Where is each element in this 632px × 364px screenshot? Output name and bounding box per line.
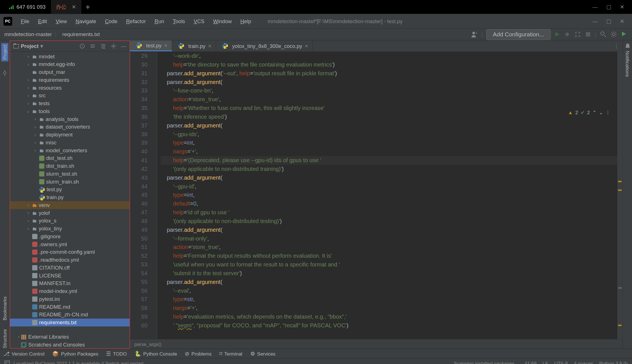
- more-run-icon[interactable]: [574, 31, 581, 38]
- tool-python-console[interactable]: 🐍Python Console: [135, 350, 177, 357]
- tree-item-pytest-ini[interactable]: pytest.ini: [10, 295, 130, 303]
- menu-edit[interactable]: Edit: [34, 16, 51, 26]
- run-anything-icon[interactable]: [621, 31, 628, 38]
- maximize-icon[interactable]: ▢: [606, 18, 611, 24]
- code-area[interactable]: 2930313233343536373839404142434445464748…: [130, 52, 622, 339]
- tree-item--gitignore[interactable]: .gitignore: [10, 233, 130, 241]
- menu-refactor[interactable]: Refactor: [123, 16, 150, 26]
- close-icon[interactable]: ✕: [620, 4, 624, 10]
- status-message[interactable]: Localized PyCharm 2022.1.1 is available …: [14, 361, 144, 364]
- tree-item-manifest-in[interactable]: MANIFEST.in: [10, 279, 130, 287]
- tree-item-test-py[interactable]: test.py: [10, 186, 130, 193]
- tree-item-train-py[interactable]: train.py: [10, 193, 130, 201]
- tree-item-yolof[interactable]: ›🖿yolof: [10, 209, 130, 217]
- user-add-icon[interactable]: +: [471, 31, 478, 38]
- tool-problems[interactable]: ⊘Problems: [185, 350, 212, 357]
- menu-code[interactable]: Code: [102, 16, 121, 26]
- caret-position[interactable]: 41:69: [525, 361, 536, 364]
- tool-terminal[interactable]: ⌑Terminal: [220, 350, 242, 357]
- tree-item-dataset-converters[interactable]: ›🖿dataset_converters: [10, 123, 130, 131]
- browser-tab-2[interactable]: 办公 ✕: [51, 0, 81, 14]
- tree-item-yolox-tiny[interactable]: ›🖿yolox_tiny: [10, 225, 130, 233]
- breadcrumb-root[interactable]: mmdetection-master: [4, 31, 52, 37]
- tree-item-dist-train-sh[interactable]: dist_train.sh: [10, 162, 130, 170]
- minimize-icon[interactable]: —: [592, 18, 598, 24]
- stop-icon[interactable]: [585, 31, 592, 38]
- tree-item-slurm-test-sh[interactable]: slurm_test.sh: [10, 170, 130, 178]
- gutter[interactable]: 2930313233343536373839404142434445464748…: [130, 52, 152, 339]
- menu-view[interactable]: View: [52, 16, 70, 26]
- tree-item--readthedocs-yml[interactable]: .readthedocs.yml: [10, 256, 130, 264]
- tree-item-deployment[interactable]: ›🖿deployment: [10, 131, 130, 139]
- maximize-icon[interactable]: ▢: [606, 4, 611, 10]
- menu-run[interactable]: Run: [151, 16, 168, 26]
- rail-project[interactable]: Project: [1, 43, 8, 61]
- tree-item-model-converters[interactable]: ›🖿model_converters: [10, 147, 130, 155]
- tree-item-dist-test-sh[interactable]: dist_test.sh: [10, 154, 130, 162]
- menu-help[interactable]: Help: [237, 16, 255, 26]
- tree-item-tools[interactable]: ⌄🖿tools: [10, 107, 130, 115]
- tree-item--pre-commit-config-yaml[interactable]: .pre-commit-config.yaml: [10, 248, 130, 256]
- tree-item-requirements[interactable]: ›🖿requirements: [10, 76, 130, 84]
- rail-notifications[interactable]: Notifications: [625, 51, 630, 77]
- bell-icon[interactable]: [624, 43, 631, 49]
- indent[interactable]: 4 spaces: [574, 361, 593, 364]
- tree-item-mmdet[interactable]: ›🖿mmdet: [10, 53, 130, 61]
- tree-item-resources[interactable]: ›🖿resources: [10, 84, 130, 92]
- scroll-marks[interactable]: [617, 52, 622, 339]
- tool-python-packages[interactable]: 📦Python Packages: [52, 350, 98, 357]
- tree-item-readme-md[interactable]: README.md: [10, 303, 130, 311]
- tree-item-model-index-yml[interactable]: model-index.yml: [10, 287, 130, 295]
- editor-tab-test-py[interactable]: test.py×: [130, 40, 172, 51]
- tree-item-license[interactable]: LICENSE: [10, 272, 130, 280]
- expand-icon[interactable]: [100, 43, 106, 49]
- tree-item-mmdet-egg-info[interactable]: ›🖿mmdet.egg-info: [10, 60, 130, 68]
- debug-icon[interactable]: [564, 31, 571, 38]
- tab-menu-icon[interactable]: ⋮: [614, 43, 619, 49]
- interpreter[interactable]: Python 3.8 (b: [599, 361, 628, 364]
- search-icon[interactable]: [600, 31, 607, 38]
- editor-tab-train-py[interactable]: train.py×: [172, 40, 216, 51]
- rail-structure[interactable]: Structure: [2, 329, 7, 349]
- rail-bookmarks[interactable]: Bookmarks: [2, 297, 7, 321]
- up-icon[interactable]: ⌃: [592, 108, 596, 117]
- close-icon[interactable]: ✕: [620, 18, 624, 24]
- chevron-down-icon[interactable]: ▾: [40, 43, 43, 49]
- menu-navigate[interactable]: Navigate: [72, 16, 100, 26]
- project-tree[interactable]: ›🖿mmdet›🖿mmdet.egg-info🖿output_mar›🖿requ…: [10, 52, 130, 333]
- tree-item-src[interactable]: ›🖿src: [10, 92, 130, 100]
- settings-icon[interactable]: [111, 43, 117, 49]
- chevron-down-icon[interactable]: [313, 17, 318, 23]
- menu-window[interactable]: Window: [210, 16, 235, 26]
- menu-tools[interactable]: Tools: [169, 16, 188, 26]
- editor-breadcrumb[interactable]: parse_args(): [130, 339, 622, 348]
- editor-tab-yolox_tiny_8x8_300e_coco-py[interactable]: yolox_tiny_8x8_300e_coco.py×: [216, 40, 313, 51]
- tree-item-citation-cff[interactable]: CITATION.cff: [10, 264, 130, 272]
- commit-icon[interactable]: [1, 70, 8, 76]
- hide-icon[interactable]: —: [121, 43, 126, 49]
- target-icon[interactable]: [79, 43, 85, 49]
- tool-windows-icon[interactable]: [4, 360, 10, 364]
- tree-item-tests[interactable]: ›🖿tests: [10, 100, 130, 107]
- fold-gutter[interactable]: [152, 52, 157, 339]
- tab-close-icon[interactable]: ×: [305, 43, 308, 49]
- encoding[interactable]: UTF-8: [554, 361, 568, 364]
- browser-tab-2-close[interactable]: ✕: [72, 4, 76, 10]
- tree-item--owners-yml[interactable]: .owners.yml: [10, 241, 130, 248]
- tree-item-yolox-s[interactable]: ›🖿yolox_s: [10, 217, 130, 225]
- breadcrumb-file[interactable]: requirements.txt: [62, 31, 100, 37]
- background-task[interactable]: Scanning installed packages...: [454, 361, 519, 364]
- breadcrumb-fn[interactable]: parse_args(): [134, 341, 161, 347]
- code-content[interactable]: '--work-dir', help='the directory to sav…: [157, 52, 623, 339]
- tree-item-analysis-tools[interactable]: ›🖿analysis_tools: [10, 115, 130, 123]
- run-icon[interactable]: [554, 31, 560, 37]
- tree-item-output-mar[interactable]: 🖿output_mar: [10, 68, 130, 76]
- tool-todo[interactable]: ☰TODO: [106, 350, 127, 357]
- tab-close-icon[interactable]: ×: [208, 43, 211, 49]
- inspection-widget[interactable]: ▲2 ✔2 ⌃ ⌄ ⋮: [568, 108, 610, 117]
- external-libraries[interactable]: › External Libraries: [10, 333, 130, 341]
- tree-item-requirements-txt[interactable]: requirements.txt: [10, 319, 130, 327]
- browser-tab-1[interactable]: 647 691 093: [3, 0, 51, 14]
- menu-file[interactable]: File: [17, 16, 33, 26]
- collapse-icon[interactable]: [90, 43, 96, 49]
